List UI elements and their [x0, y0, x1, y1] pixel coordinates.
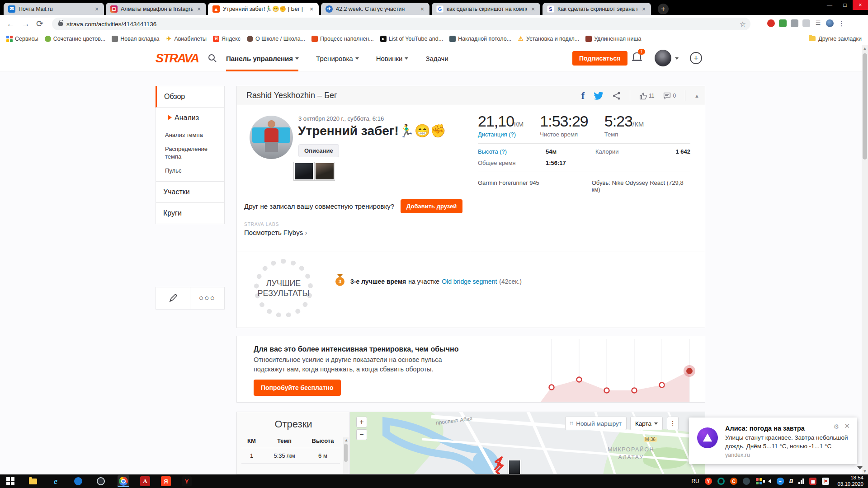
notification-settings-icon[interactable]: ⚙ [833, 423, 839, 430]
bookmark-niche[interactable]: Удлиненная ниша [585, 36, 641, 42]
back-button[interactable]: ← [6, 19, 15, 29]
new-route-button[interactable]: ⌗ Новый маршрут [565, 417, 627, 430]
forward-button[interactable]: → [21, 19, 30, 29]
window-close-button[interactable]: × [853, 0, 868, 10]
chrome-icon[interactable] [118, 475, 129, 487]
nav-explore[interactable]: Новинки [376, 55, 409, 62]
network-signal-icon[interactable] [798, 479, 804, 484]
volume-icon[interactable] [768, 479, 771, 483]
reader-extension-icon[interactable]: ☰ [814, 19, 822, 27]
share-icon[interactable] [613, 92, 621, 100]
url-text[interactable]: strava.com/activities/4143441136 [66, 21, 740, 28]
sidebar-item-segments[interactable]: Участки [156, 182, 225, 203]
puzzle-extension-icon[interactable] [802, 19, 810, 27]
tab-42week[interactable]: ✈ 42.2 week. Статус участия × [321, 3, 429, 15]
distance-help-link[interactable]: Дистанция (?) [478, 131, 524, 138]
sidebar-item-heart-rate[interactable]: Пульс [156, 164, 224, 181]
bookmark-school[interactable]: О Школе / Школа... [247, 36, 305, 42]
user-avatar[interactable] [655, 50, 671, 66]
tab-close-icon[interactable]: × [195, 5, 203, 13]
bluetooth-icon[interactable]: B [789, 478, 793, 484]
tab-close-icon[interactable]: × [308, 5, 315, 13]
twitter-share-icon[interactable] [594, 92, 604, 100]
bookmark-colors[interactable]: Сочетание цветов... [45, 36, 105, 42]
subscribe-button[interactable]: Подписаться [572, 51, 627, 66]
scroll-up-icon[interactable]: ▲ [862, 46, 868, 51]
sidebar-item-laps[interactable]: Круги [156, 203, 225, 224]
green-extension-icon[interactable] [779, 19, 787, 27]
edit-activity-button[interactable] [156, 287, 190, 309]
more-actions-button[interactable]: ○○○ [190, 287, 224, 309]
taskbar-clock[interactable]: 18:54 03.10.2020 [837, 475, 863, 488]
segment-link[interactable]: Old bridge segment [442, 278, 497, 285]
table-scrollbar[interactable]: ▲ [343, 437, 349, 474]
sidebar-item-pace-analysis[interactable]: Анализ темпа [156, 128, 224, 142]
scrollbar-thumb[interactable] [863, 53, 867, 160]
add-friends-button[interactable]: Добавить друзей [401, 199, 462, 213]
yandex-browser-icon[interactable]: Я [161, 476, 171, 486]
sidebar-item-analysis[interactable]: Анализ [156, 108, 224, 128]
scroll-down-icon[interactable]: ▼ [862, 469, 868, 474]
strava-logo[interactable]: STRAVA [156, 52, 198, 66]
volume-app-icon[interactable] [72, 475, 84, 487]
bookmark-ceiling[interactable]: Накладной потоло... [449, 36, 511, 42]
map-zoom-out-button[interactable]: − [356, 429, 367, 440]
tab-close-icon[interactable]: × [93, 5, 100, 13]
nav-dashboard[interactable]: Панель управления [226, 55, 299, 62]
sidebar-item-pace-distribution[interactable]: Распределение темпа [156, 142, 224, 164]
elevation-help-link[interactable]: Высота (?) [478, 148, 546, 155]
ccleaner-tray-icon[interactable]: C [730, 478, 737, 485]
tab-instagram[interactable]: ◻ Алматы марафон в Instagram: « × [106, 3, 206, 15]
vpn-tray-icon[interactable] [717, 478, 725, 485]
other-bookmarks[interactable]: Другие закладки [809, 36, 862, 42]
notifications-button[interactable]: 1 [633, 52, 641, 60]
reload-button[interactable]: ⟳ [36, 19, 43, 29]
player-tray-icon[interactable] [743, 478, 750, 485]
bookmark-flights[interactable]: ✈ Авиабилеты [165, 36, 207, 42]
calendar-tray-icon[interactable]: ▦ [809, 478, 816, 485]
address-bar[interactable]: strava.com/activities/4143441136 ☆ [52, 18, 750, 30]
nav-training[interactable]: Тренировка [316, 55, 359, 62]
scroll-up-icon[interactable]: ▲ [343, 438, 349, 442]
activity-photo-thumb[interactable] [315, 162, 335, 180]
map-type-dropdown[interactable]: Карта [630, 417, 663, 430]
description-button[interactable]: Описание [298, 144, 339, 157]
edge-icon[interactable]: e [50, 475, 61, 487]
collapse-header-button[interactable]: ▲ [694, 93, 699, 99]
bookmark-install[interactable]: ⚠ Установка и подкл... [518, 36, 579, 42]
action-center-icon[interactable]: ⚑ [822, 478, 829, 485]
nav-challenges[interactable]: Задачи [425, 55, 448, 62]
tab-close-icon[interactable]: × [529, 5, 537, 13]
profile-avatar[interactable] [826, 19, 834, 27]
start-button[interactable] [5, 475, 16, 487]
add-activity-button[interactable]: + [690, 52, 702, 64]
window-maximize-button[interactable]: □ [837, 0, 853, 10]
notification-close-icon[interactable]: ✕ [844, 422, 850, 430]
file-explorer-icon[interactable] [27, 475, 39, 487]
comments-button[interactable]: 0 [663, 92, 676, 100]
map-zoom-in-button[interactable]: + [356, 417, 367, 427]
gray-extension-icon[interactable] [791, 19, 798, 27]
steam-icon[interactable] [95, 475, 107, 487]
flybys-link[interactable]: Посмотреть Flybys › [244, 229, 307, 236]
bookmark-youtube-list[interactable]: ▸ List of YouTube and... [380, 36, 443, 42]
tab-screenshot-article[interactable]: S Как сделать скриншот экрана н × [542, 3, 651, 15]
page-scrollbar[interactable]: ▲ ▼ [862, 45, 868, 474]
activity-photo-thumb[interactable] [294, 162, 314, 180]
map-more-button[interactable]: ⋮ [667, 417, 679, 430]
tab-close-icon[interactable]: × [419, 5, 426, 13]
tab-mail[interactable]: ✉ Почта Mail.ru × [4, 3, 104, 15]
adblock-extension-icon[interactable] [767, 19, 775, 27]
window-minimize-button[interactable]: — [822, 0, 837, 10]
yandex-tray-icon[interactable]: Y [705, 478, 712, 485]
kudos-button[interactable]: 11 [639, 92, 654, 100]
bookmark-process[interactable]: Процесс наполнен... [311, 36, 374, 42]
avatar-chevron-icon[interactable] [675, 57, 679, 60]
y-app-icon[interactable]: Y [182, 476, 192, 486]
athlete-photo[interactable] [250, 116, 293, 159]
tab-google-search[interactable]: G как сделать скриншот на компе × [432, 3, 540, 15]
acrobat-icon[interactable]: A [140, 476, 150, 486]
app-grid-tray-icon[interactable] [755, 478, 763, 485]
tab-close-icon[interactable]: × [640, 5, 647, 13]
bookmark-services[interactable]: Сервисы [6, 36, 38, 42]
